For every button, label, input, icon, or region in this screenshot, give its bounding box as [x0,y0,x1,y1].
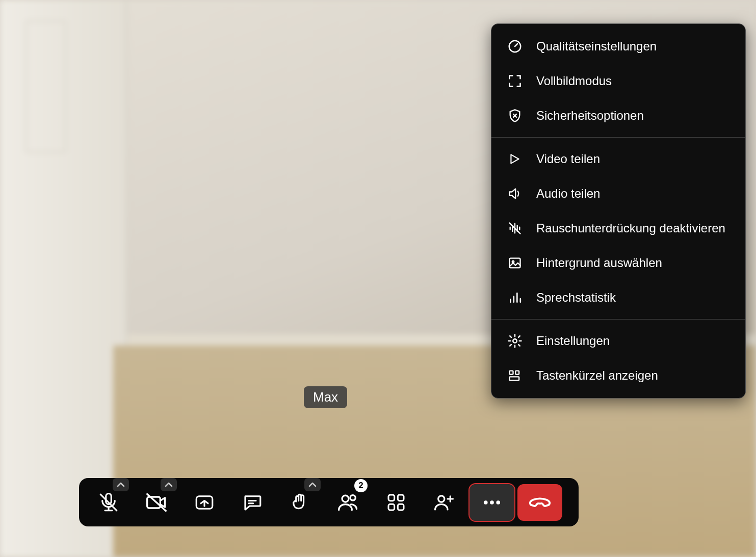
share-screen-icon [194,492,215,513]
more-actions-button[interactable] [470,484,514,521]
participants-button[interactable]: 2 [326,484,371,521]
participants-badge: 2 [354,479,368,492]
menu-item-fullscreen[interactable]: Vollbildmodus [491,64,745,98]
menu-item-speaker-stats[interactable]: Sprechstatistik [491,280,745,315]
svg-point-3 [513,339,517,343]
add-person-icon [433,492,455,513]
svg-rect-7 [147,497,161,508]
menu-item-quality-settings[interactable]: Qualitätseinstellungen [491,29,745,64]
menu-item-disable-noise-suppression[interactable]: Rauschunterdrückung deaktivieren [491,211,745,246]
share-screen-button[interactable] [182,484,227,521]
svg-point-18 [496,500,500,505]
menu-item-share-video[interactable]: Video teilen [491,142,745,176]
menu-item-select-background[interactable]: Hintergrund auswählen [491,246,745,280]
noise-off-icon [507,220,523,236]
svg-rect-6 [510,377,519,380]
raise-hand-icon [290,492,310,513]
hangup-icon [528,491,552,514]
svg-point-15 [438,495,445,501]
svg-rect-14 [398,504,404,510]
menu-item-label: Audio teilen [536,187,600,201]
camera-off-icon [145,491,168,514]
svg-point-9 [342,495,349,502]
participant-name: Max [313,389,338,405]
mic-off-icon [98,492,119,513]
shield-x-icon [507,108,523,124]
svg-rect-13 [388,504,395,510]
chat-icon [242,492,263,513]
menu-item-label: Sprechstatistik [536,290,616,305]
participants-icon [337,491,359,514]
menu-item-view-shortcuts[interactable]: Tastenkürzel anzeigen [491,358,745,393]
more-options-menu: Qualitätseinstellungen Vollbildmodus Sic… [491,23,746,399]
shortcuts-icon [507,367,523,384]
svg-point-10 [350,495,355,500]
more-horizontal-icon [481,492,503,513]
camera-options-caret[interactable] [161,478,177,491]
bar-chart-icon [507,289,523,306]
menu-item-security-options[interactable]: Sicherheitsoptionen [491,98,745,133]
raise-hand-button[interactable] [278,484,323,521]
menu-item-label: Video teilen [536,152,600,166]
meeting-toolbar: 2 [79,478,579,526]
svg-rect-4 [510,371,513,375]
mute-mic-button[interactable] [86,484,131,521]
chat-button[interactable] [230,484,275,521]
menu-item-label: Hintergrund auswählen [536,256,662,270]
invite-people-button[interactable] [422,484,466,521]
svg-point-17 [490,500,494,505]
participant-name-tag: Max [304,386,347,408]
menu-item-label: Tastenkürzel anzeigen [536,368,658,383]
tile-view-icon [386,492,406,513]
menu-item-share-audio[interactable]: Audio teilen [491,176,745,211]
svg-rect-12 [398,495,404,501]
menu-item-label: Qualitätseinstellungen [536,39,657,54]
reactions-caret[interactable] [304,478,321,491]
menu-separator [491,319,745,320]
menu-item-label: Rauschunterdrückung deaktivieren [536,221,725,235]
camera-off-button[interactable] [134,484,179,521]
mic-options-caret[interactable] [113,478,129,491]
menu-item-settings[interactable]: Einstellungen [491,324,745,358]
menu-item-label: Einstellungen [536,334,610,348]
hangup-button[interactable] [517,484,562,521]
image-icon [507,255,523,271]
svg-point-16 [484,500,488,505]
menu-item-label: Sicherheitsoptionen [536,109,644,123]
gauge-icon [507,38,523,55]
tile-view-button[interactable] [374,484,419,521]
fullscreen-icon [507,73,523,89]
svg-rect-5 [515,371,519,375]
svg-rect-11 [388,495,395,501]
speaker-icon [507,185,523,202]
menu-item-label: Vollbildmodus [536,74,612,88]
menu-separator [491,137,745,138]
gear-icon [507,333,523,349]
play-icon [507,151,523,167]
